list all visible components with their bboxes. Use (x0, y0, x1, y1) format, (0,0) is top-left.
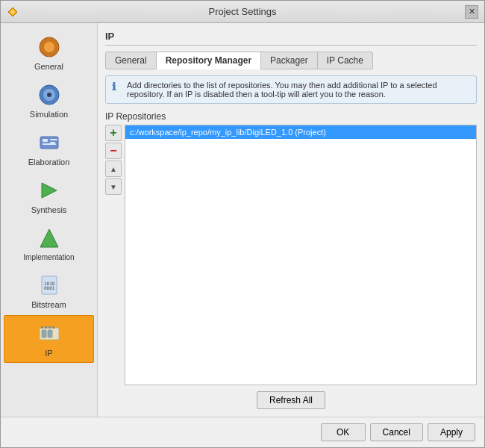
elaboration-icon (36, 129, 63, 156)
repo-row[interactable]: c:/workspace/ip_repo/my_ip_lib/DigiLED_1… (125, 125, 476, 139)
title-bar: Project Settings ✕ (1, 1, 484, 23)
svg-rect-6 (40, 46, 43, 48)
svg-rect-27 (52, 326, 54, 329)
sidebar-item-bitstream[interactable]: 1010 0001 Bitstream (4, 267, 94, 314)
svg-rect-15 (43, 143, 56, 145)
svg-rect-13 (50, 139, 57, 140)
sidebar-item-label: Bitstream (31, 300, 66, 309)
content-area: General Simulation (1, 23, 484, 417)
sidebar-item-general[interactable]: General (4, 29, 94, 75)
svg-rect-7 (56, 46, 59, 48)
add-repo-button[interactable]: + (105, 125, 122, 141)
info-icon: ℹ (112, 81, 122, 93)
move-down-button[interactable]: ▼ (105, 178, 122, 195)
info-bar: ℹ Add directories to the list of reposit… (105, 75, 477, 104)
svg-rect-11 (40, 137, 58, 149)
window-title: Project Settings (208, 6, 276, 17)
sidebar-item-label: Elaboration (28, 158, 70, 167)
sidebar-item-simulation[interactable]: Simulation (4, 77, 94, 123)
sidebar-item-label: IP (45, 349, 52, 358)
section-title: IP (105, 31, 477, 46)
sidebar: General Simulation (1, 23, 98, 417)
sidebar-item-label: Synthesis (31, 205, 67, 214)
ok-button[interactable]: OK (321, 423, 366, 441)
footer: OK Cancel Apply (1, 417, 484, 447)
general-icon (36, 34, 63, 60)
repos-area: + − ▲ ▼ c:/workspace/ip_repo/my_ip_lib/D… (105, 125, 477, 385)
sidebar-item-label: Implementation (23, 253, 74, 261)
app-icon (7, 6, 19, 18)
repos-label: IP Repositories (105, 111, 477, 122)
svg-rect-12 (43, 139, 48, 142)
tab-ip-cache[interactable]: IP Cache (317, 52, 373, 69)
repos-list[interactable]: c:/workspace/ip_repo/my_ip_lib/DigiLED_1… (125, 125, 477, 385)
svg-rect-14 (50, 142, 55, 143)
refresh-all-button[interactable]: Refresh All (257, 391, 325, 409)
cancel-button[interactable]: Cancel (370, 423, 423, 441)
svg-text:0001: 0001 (44, 285, 55, 290)
move-up-button[interactable]: ▲ (105, 161, 122, 177)
repos-buttons: + − ▲ ▼ (105, 125, 122, 385)
svg-rect-5 (48, 54, 50, 57)
svg-rect-24 (41, 326, 43, 329)
sidebar-item-implementation[interactable]: Implementation (4, 220, 94, 266)
close-button[interactable]: ✕ (465, 5, 478, 19)
tab-general[interactable]: General (105, 52, 157, 69)
svg-rect-4 (48, 37, 50, 40)
sidebar-item-elaboration[interactable]: Elaboration (4, 125, 94, 171)
sidebar-item-synthesis[interactable]: Synthesis (4, 172, 94, 219)
remove-repo-button[interactable]: − (105, 143, 122, 159)
bottom-area: Refresh All (105, 391, 477, 409)
svg-rect-26 (48, 326, 51, 329)
info-text: Add directories to the list of repositor… (127, 81, 470, 99)
bitstream-icon: 1010 0001 (36, 272, 63, 299)
simulation-icon (36, 81, 63, 108)
svg-rect-22 (42, 330, 46, 337)
implementation-icon (36, 225, 63, 252)
tab-repository-manager[interactable]: Repository Manager (156, 52, 261, 69)
project-settings-window: Project Settings ✕ General (0, 0, 485, 448)
synthesis-icon (36, 177, 63, 204)
svg-point-10 (47, 93, 51, 97)
svg-rect-25 (45, 326, 47, 329)
apply-button[interactable]: Apply (428, 423, 475, 441)
svg-marker-16 (42, 183, 57, 198)
tab-bar: General Repository Manager Packager IP C… (105, 52, 477, 69)
svg-marker-17 (40, 229, 58, 247)
svg-rect-23 (48, 330, 52, 337)
svg-point-3 (44, 42, 54, 52)
sidebar-item-label: General (34, 62, 63, 71)
main-panel: IP General Repository Manager Packager I… (98, 23, 484, 417)
tab-packager[interactable]: Packager (260, 52, 318, 69)
ip-icon (36, 320, 63, 347)
sidebar-item-ip[interactable]: IP (4, 315, 94, 363)
sidebar-item-label: Simulation (30, 110, 68, 119)
